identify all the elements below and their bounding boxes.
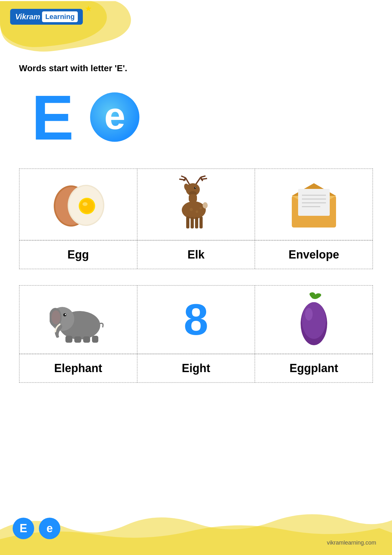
page-subtitle: Words start with letter 'E'. (19, 63, 373, 73)
words-grid-2: 8 Elephant (19, 285, 373, 383)
elk-label: Elk (187, 248, 205, 261)
svg-point-19 (194, 187, 196, 189)
egg-image-cell (19, 169, 137, 240)
svg-point-20 (195, 187, 196, 188)
egg-icon (50, 180, 107, 229)
bottom-letters: E e (13, 518, 60, 539)
svg-point-45 (65, 314, 66, 315)
svg-rect-46 (65, 336, 72, 343)
elephant-icon (50, 295, 107, 344)
svg-rect-47 (74, 336, 81, 343)
svg-rect-26 (195, 217, 198, 228)
eggplant-label-cell: Eggplant (255, 354, 373, 383)
svg-rect-27 (199, 216, 203, 228)
envelope-icon (289, 180, 339, 229)
letter-E-uppercase: E (32, 86, 74, 149)
eight-label-cell: Eight (137, 354, 255, 383)
svg-point-29 (196, 210, 198, 213)
svg-rect-48 (83, 336, 90, 343)
elephant-image-cell (19, 285, 137, 354)
eight-icon: 8 (184, 297, 208, 342)
svg-point-23 (182, 201, 206, 219)
svg-point-52 (305, 308, 313, 321)
eight-label: Eight (182, 362, 210, 375)
egg-label-cell: Egg (19, 240, 137, 269)
words-grid-1: Egg Elk Envelope (19, 168, 373, 269)
eight-image-cell: 8 (137, 285, 255, 354)
envelope-label: Envelope (289, 248, 339, 261)
svg-point-31 (203, 202, 208, 209)
svg-rect-49 (92, 336, 98, 343)
eggplant-label: Eggplant (290, 362, 338, 375)
eggplant-image-cell (255, 285, 373, 354)
elk-icon (172, 175, 220, 234)
svg-point-8 (83, 202, 88, 206)
bottom-letter-E: E (13, 518, 34, 539)
svg-point-7 (80, 199, 94, 213)
bottom-section: E e vikramlearning.com (0, 504, 392, 555)
elk-image-cell (137, 169, 255, 240)
elephant-label: Elephant (54, 362, 102, 375)
svg-rect-22 (189, 194, 197, 202)
egg-label: Egg (67, 248, 89, 261)
elk-label-cell: Elk (137, 240, 255, 269)
svg-line-10 (181, 176, 186, 178)
svg-point-51 (302, 302, 326, 339)
website-url: vikramlearning.com (327, 539, 376, 546)
envelope-label-cell: Envelope (255, 240, 373, 269)
svg-point-30 (199, 207, 202, 209)
svg-rect-24 (186, 216, 189, 228)
svg-line-14 (201, 176, 205, 177)
svg-point-43 (52, 310, 60, 324)
eggplant-icon (295, 292, 333, 347)
letters-section: E e (19, 86, 373, 149)
svg-text:e: e (104, 95, 126, 137)
svg-point-28 (190, 208, 193, 211)
envelope-image-cell (255, 169, 373, 240)
bottom-letter-e: e (39, 518, 60, 539)
main-content: Words start with letter 'E'. E e (0, 0, 392, 402)
elephant-label-cell: Elephant (19, 354, 137, 383)
letter-e-lowercase: e (89, 92, 140, 144)
svg-rect-25 (191, 217, 194, 228)
